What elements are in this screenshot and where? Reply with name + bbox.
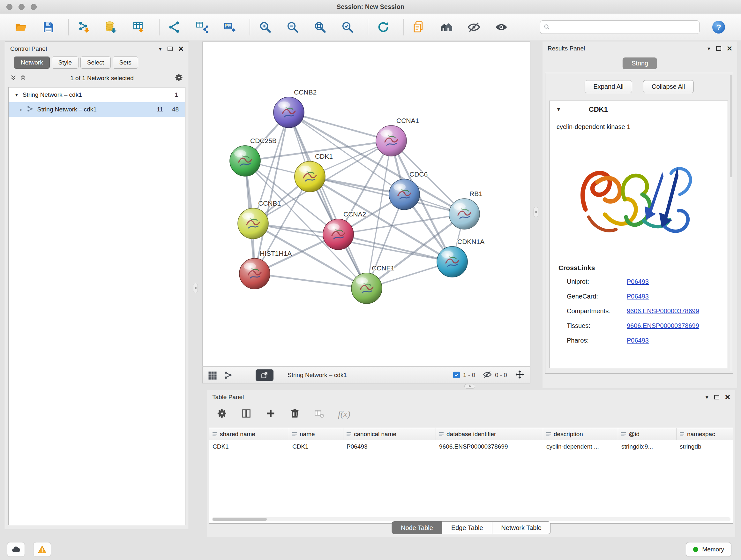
export-image-button[interactable] bbox=[220, 18, 239, 37]
results-panel-collapse-icon[interactable]: ▾ bbox=[708, 46, 711, 51]
table-horizontal-scrollbar[interactable] bbox=[212, 517, 731, 521]
column-header-database-identifier[interactable]: database identifier bbox=[436, 428, 543, 440]
table-scrollbar-thumb[interactable] bbox=[212, 518, 267, 521]
help-button[interactable]: ? bbox=[711, 19, 726, 35]
table-panel-collapse-icon[interactable]: ▾ bbox=[705, 395, 709, 400]
search-input[interactable] bbox=[540, 20, 699, 34]
selected-checkbox-icon[interactable] bbox=[453, 372, 460, 378]
network-node-RB1[interactable] bbox=[449, 199, 480, 229]
import-table-button[interactable] bbox=[130, 18, 148, 37]
column-header-description[interactable]: description bbox=[543, 428, 618, 440]
cloud-status-button[interactable] bbox=[7, 542, 25, 557]
protein-expand-icon[interactable]: ▼ bbox=[556, 107, 561, 112]
network-node-CDK1[interactable] bbox=[294, 161, 325, 192]
network-overview-button[interactable] bbox=[224, 371, 232, 380]
network-collection-row[interactable]: ▼ String Network – cdk1 1 bbox=[9, 87, 185, 102]
crosslink-pharos-link[interactable]: P06493 bbox=[627, 337, 649, 344]
network-node-CDC6[interactable] bbox=[389, 179, 420, 210]
show-hidden-button[interactable] bbox=[492, 18, 511, 37]
birdseye-view-button[interactable] bbox=[208, 370, 217, 380]
tree-expand-icon[interactable]: ▼ bbox=[14, 92, 19, 97]
first-neighbors-button[interactable] bbox=[165, 18, 184, 37]
cell-description[interactable]: cyclin-dependent ... bbox=[543, 440, 618, 453]
network-edge[interactable] bbox=[289, 112, 367, 288]
crosslink-tissues-link[interactable]: 9606.ENSP00000378699 bbox=[627, 322, 699, 329]
collapse-all-button[interactable]: Collapse All bbox=[643, 80, 694, 93]
tab-network-table[interactable]: Network Table bbox=[492, 521, 551, 534]
hidden-eye-slash-icon[interactable] bbox=[483, 370, 492, 380]
network-canvas[interactable]: CCNB2CCNA1CDC25BCDK1CDC6RB1CCNB1CCNA2CDK… bbox=[202, 42, 530, 367]
tab-network[interactable]: Network bbox=[14, 57, 50, 69]
close-window-button[interactable] bbox=[6, 4, 12, 10]
cell-canonical-name[interactable]: P06493 bbox=[343, 440, 436, 453]
network-node-CCNA2[interactable] bbox=[323, 219, 354, 250]
warnings-button[interactable] bbox=[33, 542, 51, 557]
function-builder-button[interactable]: f(x) bbox=[338, 409, 350, 419]
fit-content-button[interactable] bbox=[311, 18, 329, 37]
table-options-gear-icon[interactable] bbox=[217, 408, 227, 420]
tab-sets[interactable]: Sets bbox=[113, 57, 138, 69]
protein-card-header[interactable]: ▼ CDK1 bbox=[549, 101, 728, 118]
control-panel-close-icon[interactable]: × bbox=[179, 44, 184, 53]
network-node-CCNB1[interactable] bbox=[238, 208, 268, 239]
tab-select[interactable]: Select bbox=[80, 57, 111, 69]
network-row-selected[interactable]: ● String Network – cdk1 11 48 bbox=[9, 102, 185, 117]
minimize-window-button[interactable] bbox=[18, 4, 24, 10]
tab-edge-table[interactable]: Edge Table bbox=[442, 521, 492, 534]
network-node-CDKN1A[interactable] bbox=[437, 246, 468, 277]
cell-shared-name[interactable]: CDK1 bbox=[209, 440, 289, 453]
network-node-CCNB2[interactable] bbox=[273, 97, 304, 128]
zoom-out-button[interactable] bbox=[283, 18, 302, 37]
network-node-CCNE1[interactable] bbox=[351, 273, 382, 304]
tab-node-table[interactable]: Node Table bbox=[392, 521, 442, 534]
add-column-icon[interactable] bbox=[265, 408, 276, 420]
show-columns-icon[interactable] bbox=[241, 408, 252, 420]
cell-id[interactable]: stringdb:9... bbox=[618, 440, 677, 453]
expand-all-networks-icon[interactable] bbox=[20, 74, 26, 82]
crosslink-genecard-link[interactable]: P06493 bbox=[627, 293, 649, 300]
hide-selected-button[interactable] bbox=[465, 18, 483, 37]
show-all-views-button[interactable] bbox=[437, 18, 456, 37]
column-header-shared-name[interactable]: shared name bbox=[209, 428, 289, 440]
column-header-canonical-name[interactable]: canonical name bbox=[343, 428, 436, 440]
tab-style[interactable]: Style bbox=[52, 57, 78, 69]
right-splitter-handle[interactable] bbox=[534, 207, 538, 217]
column-header-id[interactable]: @id bbox=[618, 428, 677, 440]
duplicate-document-button[interactable] bbox=[410, 18, 428, 37]
results-panel-float-icon[interactable] bbox=[716, 46, 721, 51]
table-panel-float-icon[interactable] bbox=[714, 395, 719, 399]
column-header-name[interactable]: name bbox=[289, 428, 343, 440]
crosslink-uniprot-link[interactable]: P06493 bbox=[627, 278, 649, 286]
crosslink-compartments-link[interactable]: 9606.ENSP00000378699 bbox=[627, 307, 699, 315]
network-node-HIST1H1A[interactable] bbox=[239, 258, 270, 289]
save-session-button[interactable] bbox=[39, 18, 57, 37]
detach-view-button[interactable] bbox=[256, 369, 273, 381]
network-options-gear-icon[interactable] bbox=[175, 73, 184, 83]
network-node-CDC25B[interactable] bbox=[230, 145, 260, 176]
apply-layout-button[interactable] bbox=[374, 18, 393, 37]
cell-name[interactable]: CDK1 bbox=[289, 440, 343, 453]
results-scrollbar-thumb[interactable] bbox=[730, 75, 732, 177]
expand-all-button[interactable]: Expand All bbox=[585, 80, 632, 93]
new-network-from-selection-button[interactable] bbox=[193, 18, 211, 37]
network-edge[interactable] bbox=[255, 273, 367, 288]
collapse-all-networks-icon[interactable] bbox=[10, 74, 17, 82]
import-network-database-button[interactable] bbox=[102, 18, 121, 37]
control-panel-float-icon[interactable] bbox=[167, 47, 173, 51]
zoom-window-button[interactable] bbox=[30, 4, 37, 10]
network-node-CCNA1[interactable] bbox=[376, 125, 407, 156]
pan-mode-icon[interactable] bbox=[515, 369, 525, 381]
network-edge[interactable] bbox=[289, 112, 391, 141]
column-header-namespace[interactable]: namespac bbox=[677, 428, 733, 440]
cell-database-identifier[interactable]: 9606.ENSP00000378699 bbox=[436, 440, 543, 453]
zoom-selected-button[interactable] bbox=[338, 18, 357, 37]
left-splitter-handle[interactable] bbox=[193, 283, 198, 293]
tab-string[interactable]: String bbox=[623, 57, 657, 69]
delete-column-icon[interactable] bbox=[289, 408, 300, 420]
control-panel-collapse-icon[interactable]: ▾ bbox=[159, 46, 162, 52]
bottom-splitter-handle[interactable] bbox=[464, 384, 475, 388]
import-network-file-button[interactable] bbox=[75, 18, 93, 37]
results-panel-close-icon[interactable]: × bbox=[727, 44, 732, 53]
cell-namespace[interactable]: stringdb bbox=[677, 440, 733, 453]
memory-button[interactable]: Memory bbox=[686, 542, 731, 557]
